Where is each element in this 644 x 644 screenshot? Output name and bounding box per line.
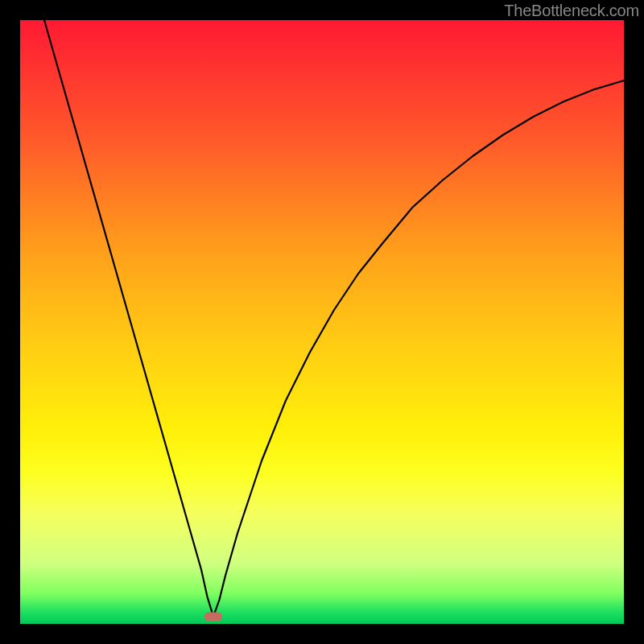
minimum-marker — [204, 613, 222, 621]
bottleneck-curve — [20, 20, 624, 624]
plot-area — [20, 20, 624, 624]
chart-frame: TheBottleneck.com — [0, 0, 644, 644]
watermark-text: TheBottleneck.com — [504, 2, 639, 20]
